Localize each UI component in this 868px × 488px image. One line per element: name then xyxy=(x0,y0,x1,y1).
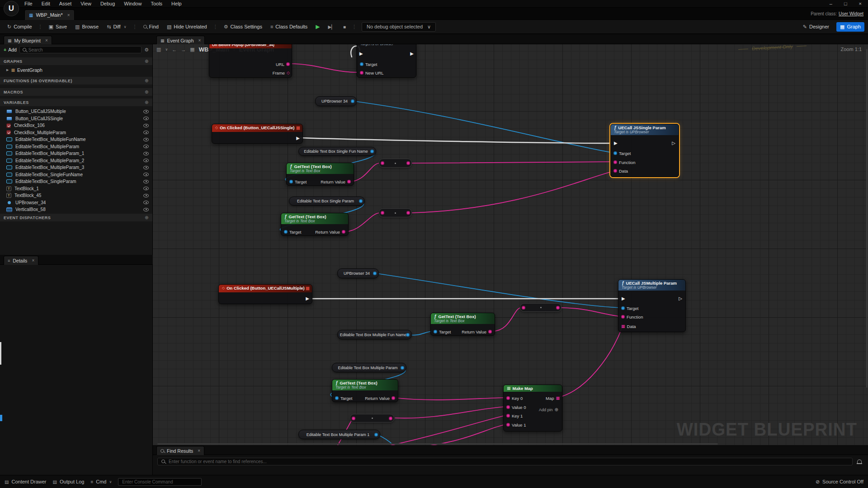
visibility-eye-icon[interactable] xyxy=(143,166,149,169)
close-icon[interactable]: × xyxy=(32,258,34,263)
graph-button[interactable]: ▦ Graph xyxy=(836,22,864,32)
data-pin-icon[interactable] xyxy=(381,161,384,165)
section-functions[interactable]: FUNCTIONS (36 OVERRIDABLE) ⊕ xyxy=(0,77,152,84)
reroute-node[interactable] xyxy=(520,303,561,312)
visibility-eye-icon[interactable] xyxy=(143,124,149,127)
find-results-search[interactable] xyxy=(157,458,853,465)
data-pin-icon[interactable] xyxy=(406,211,410,215)
node-make-map[interactable]: ▦Make Map Key 0 Value 0 Key 1 Value 1 ▦M… xyxy=(503,385,562,432)
save-button[interactable]: ▣ Save xyxy=(45,22,71,32)
hide-unrelated-button[interactable]: ▧ Hide Unrelated xyxy=(163,22,211,32)
gear-icon[interactable]: ⚙ xyxy=(144,47,149,53)
graph-vertical-scrollbar[interactable] xyxy=(866,49,868,388)
pin-return-value[interactable]: Return Value xyxy=(462,328,492,335)
blueprint-search[interactable] xyxy=(19,46,142,53)
pin-target[interactable]: Target xyxy=(613,150,631,156)
left-edge-scroll-indicator[interactable] xyxy=(0,342,1,365)
visibility-eye-icon[interactable] xyxy=(143,152,149,155)
pin-return-value[interactable]: Return Value xyxy=(365,395,395,401)
event-graph-canvas[interactable]: WIDGET BLUEPRINT xyxy=(153,44,868,445)
output-log-button[interactable]: ▤ Output Log xyxy=(53,479,85,484)
pin-key1[interactable]: Key 1 xyxy=(506,413,523,419)
tab-details[interactable]: ≡ Details × xyxy=(4,256,38,265)
plus-circle-icon[interactable]: ⊕ xyxy=(145,100,149,105)
pin-target[interactable]: Target xyxy=(621,305,638,311)
exec-out-pin[interactable]: ▶ xyxy=(296,136,300,141)
pin-value0[interactable]: Value 0 xyxy=(506,404,526,410)
pin-new-url[interactable]: New URL xyxy=(360,70,384,76)
delegate-icon[interactable] xyxy=(306,286,310,291)
visibility-eye-icon[interactable] xyxy=(143,131,149,134)
pin-target[interactable]: Target xyxy=(360,61,377,67)
node-multiple-fun-name[interactable]: Editable Text Box Multiple Fun Name xyxy=(337,330,412,339)
exec-in-pin[interactable]: ▶ xyxy=(359,51,363,56)
variable-row[interactable]: TextBlock_1 xyxy=(0,185,152,192)
variable-row[interactable]: CheckBox_106 xyxy=(0,122,152,129)
object-pin-icon[interactable] xyxy=(359,199,363,203)
object-pin-icon[interactable] xyxy=(370,150,374,153)
pin-target[interactable]: Target xyxy=(289,178,307,185)
object-pin-icon[interactable] xyxy=(401,366,404,370)
variable-row[interactable]: EditableTextBox_MultipleParam_3 xyxy=(0,164,152,171)
data-pin-icon[interactable] xyxy=(406,161,410,165)
variable-row[interactable]: EditableTextBox_MultipleParam_2 xyxy=(0,157,152,164)
variable-row[interactable]: TextBlock_45 xyxy=(0,192,152,199)
visibility-eye-icon[interactable] xyxy=(143,194,149,197)
pin-data[interactable]: Data xyxy=(613,168,628,174)
reroute-node[interactable] xyxy=(379,159,412,168)
menu-item[interactable]: Debug xyxy=(100,1,115,6)
plus-circle-icon[interactable]: ⊕ xyxy=(145,78,149,83)
bell-icon[interactable] xyxy=(857,460,862,464)
section-variables[interactable]: VARIABLES ⊕ xyxy=(0,99,152,106)
node-multiple-param-1[interactable]: Editable Text Box Multiple Param 1 xyxy=(298,430,380,439)
node-on-before-popup[interactable]: On Before Popup (UPBrowser_34) URL ◇ Fra… xyxy=(209,44,292,78)
tab-event-graph[interactable]: ▦ Event Graph × xyxy=(156,36,205,45)
plus-circle-icon[interactable]: ⊕ xyxy=(145,59,149,64)
exec-out-pin[interactable]: ▶ xyxy=(410,51,414,56)
parent-class-link[interactable]: User Widget xyxy=(839,11,863,16)
source-control-status[interactable]: ⊘ Source Control Off xyxy=(816,479,863,485)
object-pin-icon[interactable] xyxy=(406,333,410,337)
reroute-node[interactable] xyxy=(379,208,412,217)
close-icon[interactable]: × xyxy=(198,38,201,43)
node-on-clicked-multiple[interactable]: ◇On Clicked (Button_UECallJSMultiple) ▶ xyxy=(218,284,312,304)
exec-out-pin[interactable]: ▷ xyxy=(679,296,682,301)
debug-object-select[interactable]: No debug object selected ∨ xyxy=(362,22,436,32)
menu-item[interactable]: File xyxy=(24,1,33,6)
variable-row[interactable]: VerticalBox_58 xyxy=(0,206,152,213)
play-button[interactable]: ▶ xyxy=(312,22,323,32)
pin-url[interactable]: URL xyxy=(276,61,290,67)
menu-item[interactable]: Edit xyxy=(42,1,50,6)
variable-row[interactable]: EditableTextBox_SingleParam xyxy=(0,178,152,185)
data-pin-icon[interactable] xyxy=(522,306,525,310)
visibility-eye-icon[interactable] xyxy=(143,173,149,176)
menu-item[interactable]: Tools xyxy=(151,1,162,6)
visibility-eye-icon[interactable] xyxy=(143,201,149,204)
maximize-icon[interactable]: □ xyxy=(844,1,847,6)
frame-skip-button[interactable]: ▶▏ xyxy=(325,23,339,31)
pin-target[interactable]: Target xyxy=(335,395,352,401)
close-icon[interactable]: × xyxy=(67,13,70,18)
graph-horizontal-scrollbar[interactable] xyxy=(157,443,718,445)
node-single-fun-name[interactable]: Editable Text Box Single Fun Name xyxy=(298,147,376,156)
search-input[interactable] xyxy=(28,47,138,52)
pin-return-value[interactable]: Return Value xyxy=(315,229,345,235)
plus-circle-icon[interactable]: ⊕ xyxy=(145,89,149,94)
add-button[interactable]: + Add xyxy=(4,47,17,52)
close-icon[interactable]: × xyxy=(198,448,200,453)
back-icon[interactable]: ← xyxy=(172,47,177,52)
visibility-eye-icon[interactable] xyxy=(143,187,149,190)
data-pin-icon[interactable] xyxy=(556,306,560,310)
visibility-eye-icon[interactable] xyxy=(143,145,149,148)
section-macros[interactable]: MACROS ⊕ xyxy=(0,88,152,96)
plus-circle-icon[interactable]: ⊕ xyxy=(145,215,149,220)
exec-in-pin[interactable]: ▶ xyxy=(614,141,618,146)
exec-in-pin[interactable]: ▶ xyxy=(622,296,625,301)
variable-row[interactable]: EditableTextBox_SingleFunName xyxy=(0,171,152,178)
pin-function[interactable]: Function xyxy=(613,159,635,165)
variable-row[interactable]: EditableTextBox_MultipleParam_1 xyxy=(0,150,152,157)
visibility-eye-icon[interactable] xyxy=(143,138,149,141)
minimize-icon[interactable]: – xyxy=(830,1,832,6)
variable-row[interactable]: UPBrowser_34 xyxy=(0,199,152,206)
bookmark-icon[interactable]: ▥ xyxy=(156,47,161,52)
